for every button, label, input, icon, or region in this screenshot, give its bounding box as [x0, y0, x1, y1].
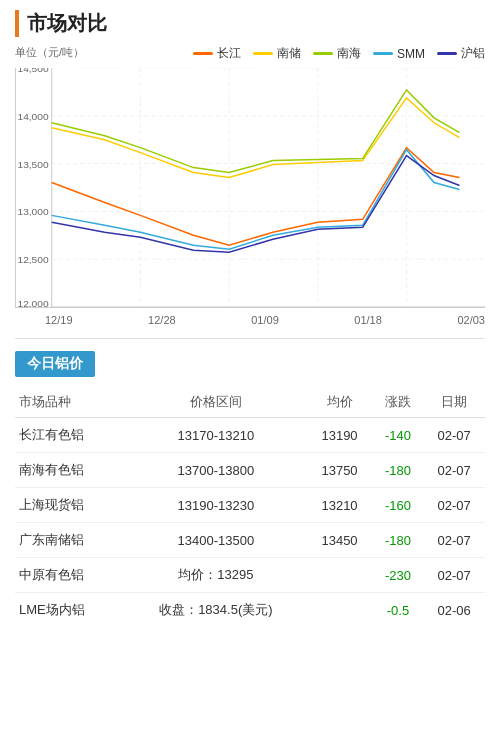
- cell-date: 02-07: [423, 523, 485, 558]
- cell-avg: 13450: [307, 523, 373, 558]
- cell-date: 02-07: [423, 418, 485, 453]
- legend-label-smm: SMM: [397, 47, 425, 61]
- price-table-body: 长江有色铝13170-1321013190-14002-07南海有色铝13700…: [15, 418, 485, 628]
- x-label-2: 01/09: [251, 314, 279, 326]
- legend-nanchu: 南储: [253, 45, 301, 62]
- price-table: 市场品种 价格区间 均价 涨跌 日期 长江有色铝13170-1321013190…: [15, 387, 485, 627]
- cell-range: 13170-13210: [125, 418, 306, 453]
- table-header-row: 市场品种 价格区间 均价 涨跌 日期: [15, 387, 485, 418]
- chart-legend: 长江 南储 南海 SMM 沪铝: [193, 45, 485, 62]
- cell-range: 13700-13800: [125, 453, 306, 488]
- legend-label-nanchu: 南储: [277, 45, 301, 62]
- page-title: 市场对比: [15, 10, 485, 37]
- legend-changjiang: 长江: [193, 45, 241, 62]
- cell-market: 广东南储铝: [15, 523, 125, 558]
- chart-unit-label: 单位（元/吨）: [15, 45, 84, 60]
- cell-market: 中原有色铝: [15, 558, 125, 593]
- cell-change: -0.5: [373, 593, 424, 628]
- cell-change: -230: [373, 558, 424, 593]
- table-row: 广东南储铝13400-1350013450-18002-07: [15, 523, 485, 558]
- cell-change: -140: [373, 418, 424, 453]
- svg-text:14,000: 14,000: [17, 111, 49, 122]
- svg-text:12,500: 12,500: [17, 254, 49, 265]
- cell-range: 均价：13295: [125, 558, 306, 593]
- x-label-0: 12/19: [45, 314, 73, 326]
- table-row: 中原有色铝均价：13295-23002-07: [15, 558, 485, 593]
- svg-text:14,500: 14,500: [17, 68, 49, 74]
- svg-text:13,000: 13,000: [17, 206, 49, 217]
- chart-header: 单位（元/吨） 长江 南储 南海 SMM 沪铝: [15, 45, 485, 68]
- cell-market: LME场内铝: [15, 593, 125, 628]
- cell-date: 02-07: [423, 453, 485, 488]
- cell-date: 02-06: [423, 593, 485, 628]
- table-row: 上海现货铝13190-1323013210-16002-07: [15, 488, 485, 523]
- x-label-4: 02/03: [457, 314, 485, 326]
- legend-color-smm: [373, 52, 393, 55]
- cell-avg: [307, 593, 373, 628]
- cell-avg: 13210: [307, 488, 373, 523]
- svg-text:13,500: 13,500: [17, 159, 49, 170]
- today-price-title: 今日铝价: [15, 351, 95, 377]
- chart-x-labels: 12/19 12/28 01/09 01/18 02/03: [15, 312, 485, 326]
- legend-color-nanhai: [313, 52, 333, 55]
- col-header-range: 价格区间: [125, 387, 306, 418]
- legend-label-hulu: 沪铝: [461, 45, 485, 62]
- cell-avg: 13190: [307, 418, 373, 453]
- page-container: 市场对比 单位（元/吨） 长江 南储 南海 SMM 沪铝: [0, 0, 500, 637]
- cell-date: 02-07: [423, 558, 485, 593]
- legend-label-nanhai: 南海: [337, 45, 361, 62]
- table-row: LME场内铝收盘：1834.5(美元)-0.502-06: [15, 593, 485, 628]
- cell-date: 02-07: [423, 488, 485, 523]
- legend-label-changjiang: 长江: [217, 45, 241, 62]
- chart-svg: 14,500 14,000 13,500 13,000 12,500 12,00…: [16, 68, 485, 307]
- cell-change: -180: [373, 453, 424, 488]
- legend-hulu: 沪铝: [437, 45, 485, 62]
- cell-market: 长江有色铝: [15, 418, 125, 453]
- cell-change: -180: [373, 523, 424, 558]
- cell-avg: 13750: [307, 453, 373, 488]
- x-label-1: 12/28: [148, 314, 176, 326]
- table-row: 长江有色铝13170-1321013190-14002-07: [15, 418, 485, 453]
- cell-range: 13400-13500: [125, 523, 306, 558]
- cell-range: 收盘：1834.5(美元): [125, 593, 306, 628]
- cell-avg: [307, 558, 373, 593]
- legend-smm: SMM: [373, 47, 425, 61]
- table-row: 南海有色铝13700-1380013750-18002-07: [15, 453, 485, 488]
- cell-market: 南海有色铝: [15, 453, 125, 488]
- legend-color-changjiang: [193, 52, 213, 55]
- col-header-change: 涨跌: [373, 387, 424, 418]
- legend-color-hulu: [437, 52, 457, 55]
- chart-area: 14,500 14,000 13,500 13,000 12,500 12,00…: [15, 68, 485, 308]
- section-divider: [15, 338, 485, 339]
- cell-change: -160: [373, 488, 424, 523]
- svg-text:12,000: 12,000: [17, 298, 49, 307]
- cell-market: 上海现货铝: [15, 488, 125, 523]
- col-header-market: 市场品种: [15, 387, 125, 418]
- cell-range: 13190-13230: [125, 488, 306, 523]
- col-header-date: 日期: [423, 387, 485, 418]
- col-header-avg: 均价: [307, 387, 373, 418]
- legend-nanhai: 南海: [313, 45, 361, 62]
- x-label-3: 01/18: [354, 314, 382, 326]
- legend-color-nanchu: [253, 52, 273, 55]
